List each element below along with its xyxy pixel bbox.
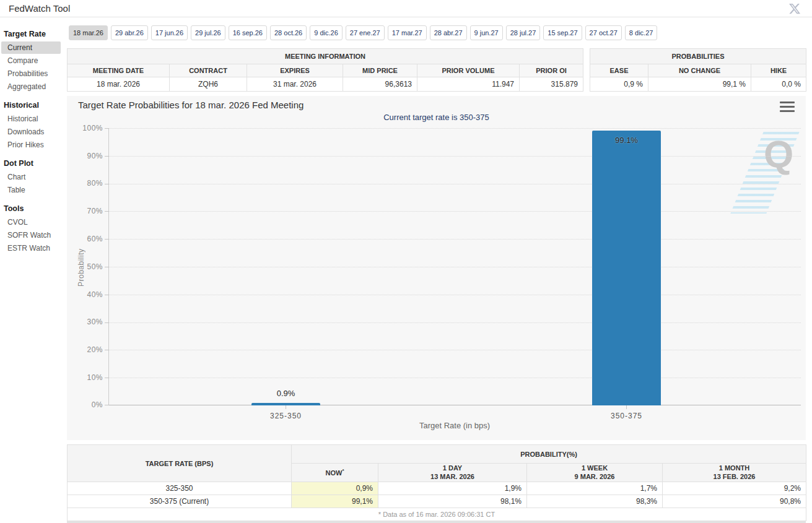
meeting-tab-6[interactable]: 9 dic.26 <box>310 25 343 40</box>
meeting-tab-13[interactable]: 27 oct.27 <box>585 25 622 40</box>
y-tick-80: 80% <box>67 179 103 188</box>
meeting-info-title: MEETING INFORMATION <box>68 49 583 64</box>
meeting-date-value: 18 mar. 2026 <box>68 77 170 92</box>
col-no-change: NO CHANGE <box>648 64 751 77</box>
now-cell: 0,9% <box>292 482 378 495</box>
one-month-header: 1 MONTH13 FEB. 2026 <box>663 464 806 482</box>
prior-oi-value: 315.879 <box>520 77 583 92</box>
col-hike: HIKE <box>751 64 806 77</box>
plot-area: 0.9% 99.1% 325-350 350-375 <box>108 128 801 405</box>
y-tick-10: 10% <box>67 373 103 382</box>
sidebar-item-sofr-watch[interactable]: SOFR Watch <box>1 229 61 241</box>
day-cell: 1,9% <box>378 482 527 495</box>
meeting-date-tabs: 18 mar.26 29 abr.26 17 jun.26 29 jul.26 … <box>69 25 657 40</box>
hike-value: 0,0 % <box>751 77 806 92</box>
col-expires: EXPIRES <box>247 64 343 77</box>
sidebar-item-aggregated[interactable]: Aggregated <box>1 80 61 93</box>
sidebar-item-probabilities[interactable]: Probabilities <box>1 67 61 80</box>
col-contract: CONTRACT <box>170 64 247 77</box>
meeting-tab-9[interactable]: 28 abr.27 <box>430 25 467 40</box>
y-tick-90: 90% <box>67 152 103 160</box>
chart-subtitle: Current target rate is 350-375 <box>67 113 806 122</box>
probability-group-header: PROBABILITY(%) <box>292 445 806 464</box>
sidebar-item-table[interactable]: Table <box>1 184 61 196</box>
week-cell: 98,3% <box>527 495 663 508</box>
sidebar-item-historical[interactable]: Historical <box>1 113 61 125</box>
page-title: FedWatch Tool <box>9 3 70 14</box>
y-tick-0: 0% <box>67 400 103 409</box>
y-tick-50: 50% <box>67 262 103 271</box>
y-tick-100: 100% <box>67 124 103 132</box>
chart-title: Target Rate Probabilities for 18 mar. 20… <box>78 100 303 110</box>
meeting-tab-1[interactable]: 29 abr.26 <box>111 25 148 40</box>
month-cell: 9,2% <box>663 482 806 495</box>
meeting-tab-4[interactable]: 16 sep.26 <box>229 25 267 40</box>
hamburger-icon[interactable] <box>780 102 795 112</box>
expires-value: 31 mar. 2026 <box>247 77 343 92</box>
meeting-tab-2[interactable]: 17 jun.26 <box>151 25 188 40</box>
meeting-tab-12[interactable]: 15 sep.27 <box>543 25 582 40</box>
week-cell: 1,7% <box>527 482 663 495</box>
now-cell: 99,1% <box>292 495 378 508</box>
x-category-325-350: 325-350 <box>251 412 320 420</box>
col-mid-price: MID PRICE <box>343 64 417 77</box>
meeting-tab-0[interactable]: 18 mar.26 <box>69 25 108 40</box>
sidebar-item-estr-watch[interactable]: ESTR Watch <box>1 242 61 254</box>
meeting-tab-11[interactable]: 28 jul.27 <box>506 25 541 40</box>
day-cell: 98,1% <box>378 495 527 508</box>
col-ease: EASE <box>590 64 648 77</box>
ease-value: 0,9 % <box>590 77 648 92</box>
meeting-tab-8[interactable]: 17 mar.27 <box>388 25 427 40</box>
table-bottom-edge <box>67 521 806 523</box>
table-row-350-375-current: 350-375 (Current) 99,1% 98,1% 98,3% 90,8… <box>68 495 806 508</box>
col-meeting-date: MEETING DATE <box>68 64 170 77</box>
meeting-tab-5[interactable]: 28 oct.26 <box>270 25 307 40</box>
contract-value: ZQH6 <box>170 77 247 92</box>
sidebar-item-cvol[interactable]: CVOL <box>1 216 61 228</box>
sidebar-section-dot-plot: Dot Plot <box>0 157 67 170</box>
sidebar-section-tools: Tools <box>0 202 67 215</box>
sidebar-item-current[interactable]: Current <box>1 41 61 54</box>
now-header: NOW* <box>292 464 378 482</box>
x-category-350-375: 350-375 <box>592 412 661 420</box>
bar-value-label-325-350: 0.9% <box>251 389 320 398</box>
meeting-tab-7[interactable]: 27 ene.27 <box>346 25 385 40</box>
probabilities-table: PROBABILITIES EASE NO CHANGE HIKE 0,9 % … <box>590 48 806 92</box>
sidebar-item-downloads[interactable]: Downloads <box>1 126 61 138</box>
sidebar-item-chart[interactable]: Chart <box>1 171 61 183</box>
x-axis-title: Target Rate (in bps) <box>108 421 801 430</box>
rate-cell: 350-375 (Current) <box>68 495 292 508</box>
prior-volume-value: 11.947 <box>417 77 520 92</box>
meeting-information-table: MEETING INFORMATION MEETING DATE CONTRAC… <box>67 48 583 92</box>
y-tick-20: 20% <box>67 345 103 354</box>
mid-price-value: 96,3613 <box>343 77 417 92</box>
table-row-325-350: 325-350 0,9% 1,9% 1,7% 9,2% <box>68 482 806 495</box>
data-as-of-footnote: * Data as of 16 mar. 2026 09:06:31 CT <box>68 508 806 521</box>
sidebar-item-prior-hikes[interactable]: Prior Hikes <box>1 139 61 151</box>
col-prior-volume: PRIOR VOLUME <box>417 64 520 77</box>
top-bar: FedWatch Tool <box>0 0 812 17</box>
meeting-tab-10[interactable]: 9 jun.27 <box>470 25 503 40</box>
y-tick-30: 30% <box>67 318 103 326</box>
one-week-header: 1 WEEK9 MAR. 2026 <box>527 464 663 482</box>
fedwatch-page: FedWatch Tool Target Rate Current Compar… <box>0 0 812 523</box>
sidebar-section-historical: Historical <box>0 98 67 112</box>
month-cell: 90,8% <box>663 495 806 508</box>
y-tick-60: 60% <box>67 235 103 243</box>
bar-value-label-350-375: 99.1% <box>592 136 661 145</box>
rate-cell: 325-350 <box>68 482 292 495</box>
meeting-tab-14[interactable]: 8 dic.27 <box>625 25 658 40</box>
y-tick-70: 70% <box>67 207 103 215</box>
x-social-icon[interactable] <box>788 2 801 15</box>
target-rate-bps-header: TARGET RATE (BPS) <box>68 445 292 482</box>
sidebar-item-compare[interactable]: Compare <box>1 54 61 67</box>
meeting-tab-3[interactable]: 29 jul.26 <box>191 25 225 40</box>
sidebar-section-target-rate: Target Rate <box>0 27 67 41</box>
bar-350-375 <box>592 131 661 405</box>
one-day-header: 1 DAY13 MAR. 2026 <box>378 464 527 482</box>
probability-history-table: TARGET RATE (BPS) PROBABILITY(%) NOW* 1 … <box>67 444 806 521</box>
sidebar: Target Rate Current Compare Probabilitie… <box>0 17 67 255</box>
probabilities-title: PROBABILITIES <box>590 49 806 64</box>
no-change-value: 99,1 % <box>648 77 751 92</box>
probability-chart: Target Rate Probabilities for 18 mar. 20… <box>67 96 806 440</box>
